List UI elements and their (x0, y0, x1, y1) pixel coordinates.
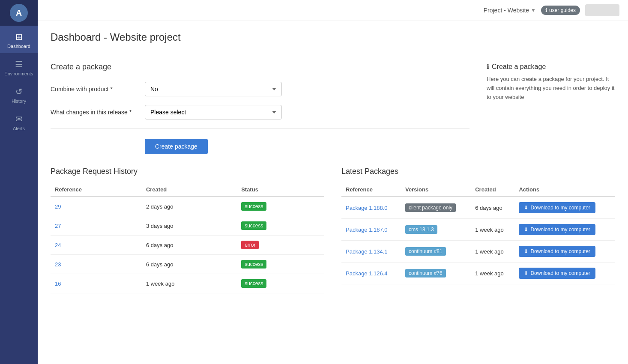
history-created: 3 days ago (142, 216, 237, 236)
user-avatar (585, 4, 619, 16)
help-title: ℹ Create a package (487, 63, 615, 71)
download-button[interactable]: ⬇Download to my computer (519, 224, 595, 235)
package-ref[interactable]: Package 1.187.0 (341, 219, 401, 241)
history-status: success (237, 197, 324, 216)
page-content: Dashboard - Website project Create a pac… (38, 21, 628, 364)
sidebar-item-alerts[interactable]: ✉ Alerts (0, 108, 38, 135)
form-divider (51, 128, 470, 128)
history-created: 2 days ago (142, 197, 237, 216)
version-badge: continuum #81 (405, 247, 446, 256)
combine-label: Combine with product * (51, 86, 145, 92)
page-title: Dashboard - Website project (51, 31, 615, 43)
topbar: Project - Website ▼ ℹ user guides (38, 0, 628, 21)
history-ref[interactable]: 16 (51, 274, 142, 293)
history-ref[interactable]: 29 (51, 197, 142, 216)
package-action: ⬇Download to my computer (514, 263, 615, 284)
history-created: 6 days ago (142, 236, 237, 255)
create-section-title: Create a package (51, 63, 470, 72)
package-version: client package only (401, 197, 471, 219)
package-ref[interactable]: Package 1.188.0 (341, 197, 401, 219)
packages-header-row: Reference Versions Created Actions (341, 183, 615, 197)
dashboard-icon: ⊞ (15, 32, 23, 42)
sidebar-item-history[interactable]: ↺ History (0, 81, 38, 108)
create-package-button[interactable]: Create package (145, 139, 208, 154)
download-button[interactable]: ⬇Download to my computer (519, 268, 595, 279)
package-action: ⬇Download to my computer (514, 219, 615, 241)
history-row: 161 week agosuccess (51, 274, 324, 293)
history-status: success (237, 255, 324, 274)
packages-section: Latest Packages Reference Versions Creat… (341, 167, 615, 293)
status-badge: success (241, 279, 266, 288)
packages-table: Reference Versions Created Actions Packa… (341, 183, 615, 284)
history-status: error (237, 236, 324, 255)
download-icon: ⬇ (524, 205, 528, 211)
history-row: 246 days agoerror (51, 236, 324, 255)
package-action: ⬇Download to my computer (514, 241, 615, 263)
package-version: continuum #76 (401, 263, 471, 284)
changes-select[interactable]: Please select (145, 105, 282, 119)
history-ref[interactable]: 24 (51, 236, 142, 255)
sidebar-label-alerts: Alerts (13, 126, 25, 131)
history-ref[interactable]: 23 (51, 255, 142, 274)
download-button[interactable]: ⬇Download to my computer (519, 246, 595, 257)
pkg-col-reference: Reference (341, 183, 401, 197)
status-badge: success (241, 202, 266, 211)
history-title: Package Request History (51, 167, 324, 176)
user-guides-label: user guides (549, 7, 576, 13)
combine-row: Combine with product * No Yes (51, 82, 470, 96)
info-icon: ℹ (545, 7, 547, 13)
sidebar-item-environments[interactable]: ☰ Environments (0, 53, 38, 81)
package-ref[interactable]: Package 1.134.1 (341, 241, 401, 263)
project-caret: ▼ (531, 7, 536, 13)
package-version: cms 18.1.3 (401, 219, 471, 241)
pkg-col-versions: Versions (401, 183, 471, 197)
combine-select[interactable]: No Yes (145, 82, 282, 96)
history-row: 236 days agosuccess (51, 255, 324, 274)
history-icon: ↺ (15, 87, 23, 97)
package-row: Package 1.134.1continuum #811 week ago⬇D… (341, 241, 615, 263)
package-created: 6 days ago (471, 197, 514, 219)
bottom-section: Package Request History Reference Create… (51, 167, 615, 293)
changes-row: What changes in this release * Please se… (51, 105, 470, 119)
pkg-col-created: Created (471, 183, 514, 197)
project-selector[interactable]: Project - Website ▼ (484, 7, 536, 14)
version-badge: client package only (405, 203, 456, 212)
history-section: Package Request History Reference Create… (51, 167, 324, 293)
package-version: continuum #81 (401, 241, 471, 263)
version-badge: cms 18.1.3 (405, 225, 437, 234)
history-created: 1 week ago (142, 274, 237, 293)
environments-icon: ☰ (15, 59, 23, 69)
create-section: Create a package Combine with product * … (51, 63, 615, 154)
app-logo: A (0, 0, 38, 26)
package-row: Package 1.188.0client package only6 days… (341, 197, 615, 219)
history-row: 273 days agosuccess (51, 216, 324, 236)
package-created: 1 week ago (471, 263, 514, 284)
history-created: 6 days ago (142, 255, 237, 274)
history-col-status: Status (237, 183, 324, 197)
main-content: Project - Website ▼ ℹ user guides Dashbo… (38, 0, 628, 364)
history-col-reference: Reference (51, 183, 142, 197)
version-badge: continuum #76 (405, 269, 446, 277)
history-header-row: Reference Created Status (51, 183, 324, 197)
history-status: success (237, 216, 324, 236)
help-text: Here you can create a package for your p… (487, 75, 615, 101)
history-ref[interactable]: 27 (51, 216, 142, 236)
download-icon: ⬇ (524, 270, 528, 276)
packages-title: Latest Packages (341, 167, 615, 176)
history-status: success (237, 274, 324, 293)
package-ref[interactable]: Package 1.126.4 (341, 263, 401, 284)
sidebar-label-environments: Environments (4, 71, 33, 76)
download-button[interactable]: ⬇Download to my computer (519, 202, 595, 213)
help-panel: ℹ Create a package Here you can create a… (487, 63, 615, 154)
package-created: 1 week ago (471, 241, 514, 263)
sidebar-label-history: History (12, 98, 26, 104)
alerts-icon: ✉ (15, 114, 23, 124)
create-form: Create a package Combine with product * … (51, 63, 470, 154)
user-guides-button[interactable]: ℹ user guides (541, 6, 580, 15)
changes-label: What changes in this release * (51, 109, 145, 116)
status-badge: error (241, 241, 259, 249)
title-divider (51, 52, 615, 52)
pkg-col-actions: Actions (514, 183, 615, 197)
logo-icon: A (10, 4, 28, 22)
sidebar-item-dashboard[interactable]: ⊞ Dashboard (0, 26, 38, 53)
